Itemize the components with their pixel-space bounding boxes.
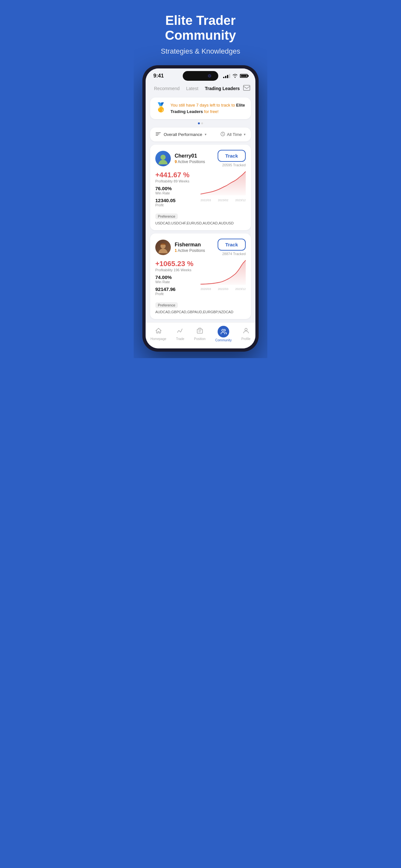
- dot-active: [198, 122, 200, 124]
- nav-item-homepage[interactable]: Homepage: [150, 327, 166, 341]
- wifi-icon: [232, 73, 238, 79]
- svg-point-8: [158, 249, 167, 253]
- promo-highlight: You still have 7 days left to track to: [171, 103, 236, 107]
- nav-item-community[interactable]: Community: [215, 326, 232, 342]
- win-rate-label-fisherman: Win Rate: [155, 280, 197, 284]
- battery-icon: [240, 74, 248, 78]
- track-btn-col-cherry01: Track 20595 Tracked: [218, 150, 246, 167]
- sort-icon: [155, 131, 161, 137]
- profitability-label-fisherman: Profitability 196 Weeks: [155, 268, 197, 272]
- nav-label-homepage: Homepage: [150, 337, 166, 341]
- chart-dates-fisherman: 2020/03 2022/03 2023/12: [201, 287, 246, 290]
- profit-value-fisherman: 92147.96: [155, 286, 197, 292]
- dot-1: [201, 122, 203, 124]
- track-btn-col-fisherman: Track 28874 Tracked: [218, 239, 246, 256]
- svg-point-14: [245, 329, 247, 331]
- tab-latest[interactable]: Latest: [183, 85, 202, 92]
- profile-icon: [243, 327, 250, 336]
- preference-pairs-cherry01: USDCAD,USDCHF,EURUSD,AUDCAD,AUDUSD: [155, 221, 234, 225]
- time-label: All Time: [227, 132, 242, 137]
- tab-trading-leaders[interactable]: Trading Leaders: [202, 85, 243, 92]
- chart-date-f3: 2023/12: [235, 287, 246, 290]
- svg-rect-10: [197, 329, 203, 333]
- preference-tag-fisherman: Preference: [155, 302, 178, 308]
- home-icon: [155, 327, 162, 336]
- notch-camera: [208, 74, 211, 78]
- track-button-cherry01[interactable]: Track: [218, 150, 246, 162]
- phone-screen: 9:41: [146, 68, 255, 348]
- svg-rect-0: [243, 85, 250, 90]
- nav-item-position[interactable]: Position: [194, 327, 206, 341]
- nav-label-position: Position: [194, 337, 206, 341]
- preference-row-cherry01: Preference USDCAD,USDCHF,EURUSD,AUDCAD,A…: [155, 213, 246, 225]
- profit-pct-fisherman: +1065.23 %: [155, 259, 197, 268]
- trader-body-fisherman: +1065.23 % Profitability 196 Weeks 74.00…: [155, 259, 246, 299]
- trader-positions-cherry01: 9 Active Positions: [175, 159, 205, 164]
- chart-date-1: 2022/03: [201, 198, 211, 202]
- promo-dots: [150, 122, 251, 124]
- clock-icon: [220, 132, 225, 137]
- nav-tabs: Recommend Latest Trading Leaders: [146, 82, 255, 95]
- chart-date-2: 2023/02: [218, 198, 228, 202]
- phone-wrapper: 9:41: [134, 65, 267, 358]
- status-time: 9:41: [153, 73, 164, 79]
- filter-bar[interactable]: Overall Performance ▾ All Time ▾: [150, 128, 251, 142]
- svg-point-5: [160, 155, 166, 160]
- trader-card-cherry01: Cherry01 9 Active Positions Track 20595 …: [150, 145, 251, 230]
- nav-label-profile: Profile: [242, 337, 251, 341]
- hero-title: Elite TraderCommunity: [143, 13, 258, 42]
- trader-header-cherry01: Cherry01 9 Active Positions Track 20595 …: [155, 150, 246, 167]
- svg-point-13: [222, 330, 224, 332]
- tracked-count-fisherman: 28874 Tracked: [222, 252, 246, 256]
- profit-label-cherry01: Profit: [155, 203, 197, 207]
- avatar-fisherman: [155, 240, 171, 255]
- win-rate-row-fisherman: 74.00% Win Rate: [155, 275, 197, 284]
- bottom-nav: Homepage Trade: [146, 322, 255, 348]
- promo-text: You still have 7 days left to track to E…: [171, 102, 246, 115]
- trader-body-cherry01: +441.67 % Profitability 89 Weeks 76.00% …: [155, 171, 246, 210]
- mail-icon[interactable]: [243, 85, 250, 92]
- preference-tag-cherry01: Preference: [155, 213, 178, 219]
- profit-row-fisherman: 92147.96 Profit: [155, 286, 197, 296]
- promo-end: for free!: [203, 109, 218, 114]
- nav-item-profile[interactable]: Profile: [242, 327, 251, 341]
- chevron-down-icon-2: ▾: [244, 132, 246, 136]
- trader-info-fisherman: Fisherman 1 Active Positions: [155, 240, 205, 255]
- trader-card-fisherman: Fisherman 1 Active Positions Track 28874…: [150, 234, 251, 319]
- promo-banner: 🥇 You still have 7 days left to track to…: [150, 97, 251, 119]
- svg-point-6: [158, 160, 167, 164]
- notch: [183, 71, 218, 81]
- profit-row-cherry01: 12340.05 Profit: [155, 197, 197, 207]
- chart-cherry01: 2022/03 2023/02 2023/12: [201, 171, 246, 210]
- time-filter[interactable]: All Time ▾: [220, 132, 246, 137]
- performance-label: Overall Performance: [164, 132, 202, 137]
- nav-label-trade: Trade: [176, 337, 184, 341]
- trader-stats-fisherman: +1065.23 % Profitability 196 Weeks 74.00…: [155, 259, 197, 299]
- trader-stats-cherry01: +441.67 % Profitability 89 Weeks 76.00% …: [155, 171, 197, 210]
- profit-value-cherry01: 12340.05: [155, 197, 197, 203]
- chart-date-f2: 2022/03: [218, 287, 228, 290]
- track-button-fisherman[interactable]: Track: [218, 239, 246, 251]
- svg-rect-9: [160, 244, 166, 245]
- promo-medal-icon: 🥇: [155, 102, 166, 113]
- trader-details-cherry01: Cherry01 9 Active Positions: [175, 153, 205, 164]
- win-rate-label-cherry01: Win Rate: [155, 191, 197, 195]
- tracked-count-cherry01: 20595 Tracked: [222, 163, 246, 167]
- status-bar: 9:41: [146, 68, 255, 82]
- trader-name-cherry01: Cherry01: [175, 153, 205, 159]
- trader-name-fisherman: Fisherman: [175, 242, 205, 248]
- status-icons: [223, 73, 248, 79]
- chart-date-3: 2023/12: [235, 198, 246, 202]
- profit-pct-cherry01: +441.67 %: [155, 171, 197, 179]
- trader-header-fisherman: Fisherman 1 Active Positions Track 28874…: [155, 239, 246, 256]
- trader-positions-fisherman: 1 Active Positions: [175, 248, 205, 253]
- chart-date-f1: 2020/03: [201, 287, 211, 290]
- hero-section: Elite TraderCommunity Strategies & Knowl…: [134, 0, 267, 65]
- performance-filter[interactable]: Overall Performance ▾: [155, 131, 207, 137]
- avatar-cherry01: [155, 151, 171, 166]
- tab-recommend[interactable]: Recommend: [151, 85, 183, 92]
- nav-label-community: Community: [215, 338, 232, 342]
- trader-info-cherry01: Cherry01 9 Active Positions: [155, 151, 205, 166]
- signal-bars-icon: [223, 74, 230, 78]
- nav-item-trade[interactable]: Trade: [176, 327, 184, 341]
